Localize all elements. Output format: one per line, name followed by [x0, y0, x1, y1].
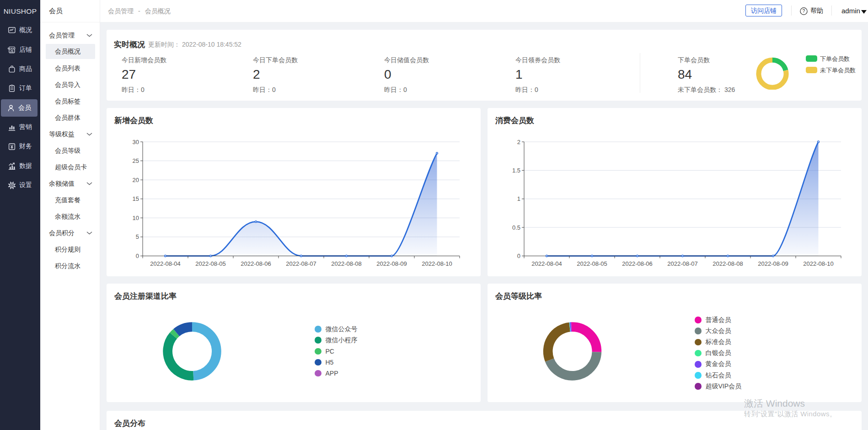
svg-text:2022-08-04: 2022-08-04	[531, 260, 562, 267]
svg-text:2022-08-05: 2022-08-05	[195, 260, 226, 267]
svg-text:2022-08-10: 2022-08-10	[422, 260, 452, 267]
svg-text:2022-08-07: 2022-08-07	[667, 260, 698, 267]
svg-text:2022-08-06: 2022-08-06	[241, 260, 271, 267]
svg-text:2022-08-09: 2022-08-09	[758, 260, 788, 267]
svg-text:2022-08-06: 2022-08-06	[622, 260, 653, 267]
svg-text:30: 30	[133, 139, 139, 145]
svg-text:0: 0	[136, 253, 139, 259]
svg-text:15: 15	[133, 195, 139, 202]
svg-text:0.5: 0.5	[512, 224, 520, 231]
svg-text:2022-08-10: 2022-08-10	[803, 260, 834, 267]
svg-text:2: 2	[517, 139, 520, 145]
svg-text:2022-08-05: 2022-08-05	[577, 260, 607, 267]
svg-text:2022-08-09: 2022-08-09	[376, 260, 407, 267]
svg-text:?: ?	[803, 8, 805, 14]
svg-text:2022-08-04: 2022-08-04	[150, 260, 181, 267]
svg-text:5: 5	[136, 233, 139, 240]
svg-text:1.5: 1.5	[512, 167, 520, 174]
svg-text:2022-08-08: 2022-08-08	[331, 260, 362, 267]
svg-text:25: 25	[133, 157, 139, 164]
svg-text:10: 10	[133, 215, 139, 221]
svg-text:1: 1	[517, 195, 520, 202]
svg-text:20: 20	[133, 177, 139, 183]
svg-text:2022-08-07: 2022-08-07	[286, 260, 316, 267]
svg-text:2022-08-08: 2022-08-08	[713, 260, 743, 267]
svg-text:0: 0	[517, 253, 520, 259]
